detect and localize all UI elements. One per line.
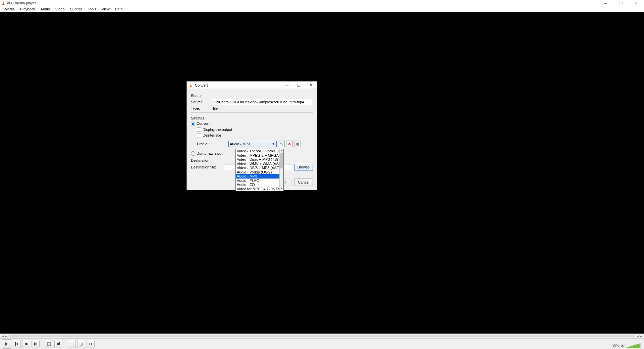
svg-rect-9	[57, 343, 58, 345]
volume-percent: 90%	[612, 344, 619, 347]
vlc-cone-icon	[189, 83, 193, 87]
scroll-down-icon[interactable]: ▼	[280, 187, 283, 191]
browse-button[interactable]: Browse	[294, 164, 313, 170]
cancel-button[interactable]: Cancel	[294, 179, 313, 186]
fullscreen-button[interactable]	[45, 340, 53, 348]
svg-rect-7	[37, 342, 37, 346]
seek-track[interactable]	[9, 335, 635, 337]
volume-area: 90% 🔊	[612, 343, 641, 348]
svg-rect-5	[25, 343, 28, 345]
bottom-controls: 90% 🔊	[0, 338, 644, 349]
type-value: file	[213, 106, 218, 110]
ext-settings-button[interactable]	[54, 340, 62, 348]
profile-combobox[interactable]: Audio - MP3 ▼	[228, 141, 277, 147]
prev-button[interactable]	[13, 340, 21, 348]
svg-rect-16	[190, 87, 192, 87]
main-menubar: Media Playback Audio Video Subtitle Tool…	[0, 6, 644, 12]
time-elapsed: --:--	[2, 334, 7, 338]
source-input[interactable]	[213, 99, 313, 105]
svg-rect-3	[15, 342, 16, 346]
svg-marker-4	[16, 342, 18, 346]
dialog-maximize-button[interactable]: ☐	[293, 82, 305, 89]
vlc-cone-icon	[1, 1, 5, 5]
svg-rect-11	[59, 342, 60, 345]
app-title: VLC media player	[7, 1, 36, 5]
scroll-thumb[interactable]	[280, 153, 283, 168]
close-button[interactable]: ✕	[629, 0, 644, 6]
destination-label: Destination file:	[191, 165, 221, 169]
profile-option[interactable]: Video - MPEG-2 + MPGA (TS)	[236, 153, 283, 158]
source-section-label: Source	[191, 94, 313, 98]
dialog-minimize-button[interactable]: —	[281, 82, 293, 89]
menu-media[interactable]: Media	[2, 6, 17, 12]
loop-button[interactable]	[77, 340, 85, 348]
profile-option[interactable]: Video for MPEG4 720p TV/device	[236, 187, 283, 191]
profile-option[interactable]: Audio - FLAC	[236, 179, 283, 183]
menu-help[interactable]: Help	[112, 6, 125, 12]
convert-radio[interactable]: Convert	[191, 121, 211, 126]
svg-marker-15	[190, 83, 192, 87]
play-button[interactable]	[2, 339, 11, 349]
delete-icon: ✖	[288, 142, 291, 146]
volume-slider[interactable]	[626, 343, 641, 348]
time-total: --:--	[637, 334, 642, 338]
dump-raw-radio[interactable]: Dump raw input	[191, 151, 222, 156]
profile-dropdown-list[interactable]: Video - Theora + Vorbis (OGG)Video - MPE…	[235, 149, 284, 191]
seek-bar-row: --:-- --:--	[0, 334, 644, 338]
profile-option[interactable]: Audio - CD	[236, 183, 283, 187]
next-button[interactable]	[32, 340, 40, 348]
display-output-checkbox[interactable]: Display the output	[197, 128, 232, 132]
menu-video[interactable]: Video	[53, 6, 67, 12]
chevron-down-icon: ▼	[271, 142, 276, 146]
main-titlebar: VLC media player	[0, 0, 644, 6]
main-window-controls: — ❐ ✕	[598, 0, 644, 6]
svg-rect-1	[2, 4, 4, 5]
delete-profile-button[interactable]: ✖	[286, 141, 293, 147]
edit-profile-button[interactable]: 🔧	[278, 141, 285, 147]
scroll-up-icon[interactable]: ▲	[280, 149, 283, 153]
shuffle-button[interactable]	[87, 340, 95, 348]
menu-subtitle[interactable]: Subtitle	[67, 6, 85, 12]
stop-button[interactable]	[22, 340, 30, 348]
dialog-title: Convert	[195, 83, 208, 87]
svg-marker-0	[3, 1, 4, 5]
svg-marker-6	[34, 342, 36, 346]
new-icon: ▤	[296, 142, 299, 146]
profile-selected: Audio - MP3	[230, 142, 250, 146]
profile-option[interactable]: Audio - Vorbis (OGG)	[236, 170, 283, 174]
menu-view[interactable]: View	[99, 6, 112, 12]
profile-option[interactable]: Video - WMV + WMA (ASF)	[236, 162, 283, 166]
settings-section-label: Settings	[191, 116, 313, 120]
maximize-button[interactable]: ❐	[613, 0, 629, 6]
dialog-titlebar: Convert — ☐ ✕	[187, 82, 317, 89]
svg-rect-8	[47, 342, 51, 346]
minimize-button[interactable]: —	[598, 0, 613, 6]
new-profile-button[interactable]: ▤	[294, 141, 301, 147]
svg-rect-10	[58, 343, 59, 345]
profile-option[interactable]: Audio - MP3	[236, 174, 283, 179]
video-area	[0, 12, 644, 338]
profile-option[interactable]: Video - Dirac + MP3 (TS)	[236, 157, 283, 162]
type-label: Type:	[191, 106, 211, 110]
profile-option[interactable]: Video - Theora + Vorbis (OGG)	[236, 149, 283, 153]
playlist-button[interactable]	[68, 340, 76, 348]
menu-tools[interactable]: Tools	[85, 6, 99, 12]
speaker-icon[interactable]: 🔊	[621, 344, 625, 347]
svg-marker-2	[5, 342, 8, 346]
dropdown-scrollbar[interactable]: ▲ ▼	[279, 149, 283, 191]
source-label: Source:	[191, 100, 211, 104]
profile-option[interactable]: Video - DIV3 + MP3 (ASF)	[236, 166, 283, 170]
menu-playback[interactable]: Playback	[17, 6, 38, 12]
deinterlace-checkbox[interactable]: Deinterlace	[197, 133, 221, 138]
menu-audio[interactable]: Audio	[38, 6, 53, 12]
dialog-close-button[interactable]: ✕	[305, 82, 317, 89]
wrench-icon: 🔧	[279, 142, 283, 146]
profile-label: Profile	[191, 142, 228, 146]
